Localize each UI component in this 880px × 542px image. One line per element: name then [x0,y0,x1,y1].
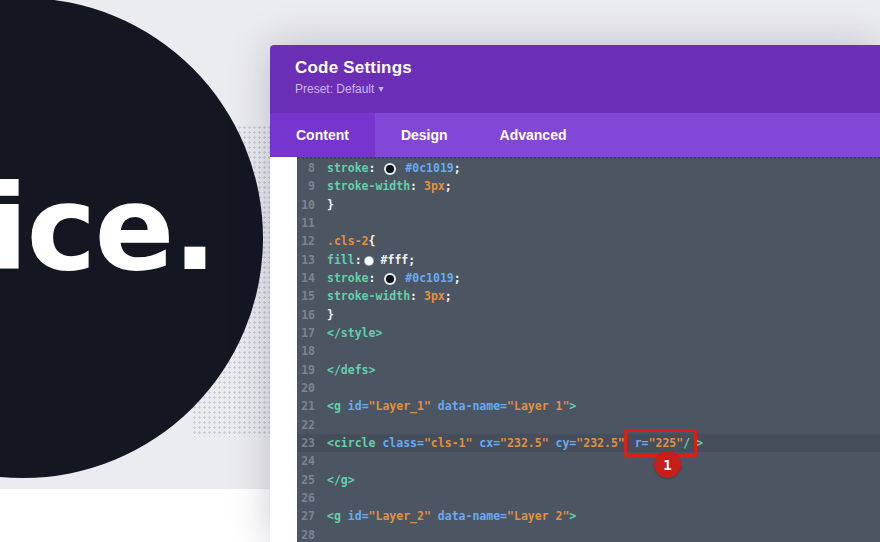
line-number: 23 [297,434,327,452]
line-number: 14 [297,269,327,287]
line-number: 10 [297,196,327,214]
code-line[interactable]: 9stroke-width: 3px; [297,177,880,195]
code-token: } [327,308,334,322]
code-token: #0c1019 [398,161,453,175]
code-token: stroke [327,161,369,175]
code-token: fill [327,253,355,267]
code-text: } [327,308,334,322]
tab-content[interactable]: Content [270,113,375,157]
code-line[interactable]: 16} [297,306,880,324]
annotation-badge-1: 1 [654,451,681,478]
line-number: 27 [297,507,327,525]
preset-selector[interactable]: Preset: Default ▾ [295,82,383,96]
code-text: <g id="Layer_1" data-name="Layer 1"> [327,399,576,413]
code-line[interactable]: 14stroke: #0c1019; [297,269,880,287]
code-line[interactable]: 11 [297,214,880,232]
code-token: <circle [327,436,375,450]
code-token: "Layer 2" [507,509,569,523]
code-line[interactable]: 26 [297,489,880,507]
code-token: </g> [327,473,355,487]
code-token: ; [445,179,452,193]
tab-bar: Content Design Advanced [270,113,880,157]
color-swatch-icon [386,165,394,173]
code-text: </defs> [327,363,375,377]
tab-advanced[interactable]: Advanced [474,113,593,157]
code-token: data-name= [431,509,507,523]
code-line[interactable]: 19</defs> [297,361,880,379]
line-number: 20 [297,379,327,397]
code-token: stroke-width [327,179,410,193]
code-token: </style> [327,326,382,340]
code-token: ; [454,271,461,285]
code-token: </defs> [327,363,375,377]
line-number: 26 [297,489,327,507]
code-token: data-name= [431,399,507,413]
code-token: "cls-1" [424,436,472,450]
code-text: } [327,198,334,212]
code-token: #fff; [374,253,416,267]
code-text: stroke: #0c1019; [327,161,461,175]
line-number: 18 [297,342,327,360]
code-token: : [410,289,424,303]
line-number: 17 [297,324,327,342]
code-token: : [369,271,383,285]
line-number: 28 [297,526,327,542]
code-line[interactable]: 22 [297,416,880,434]
code-token: <g [327,399,341,413]
code-token: stroke [327,271,369,285]
code-token: / [683,436,690,450]
line-number: 8 [297,159,327,177]
code-token: } [327,198,334,212]
code-token: ; [445,289,452,303]
code-line[interactable]: 25</g> [297,471,880,489]
code-token: "232.5" [500,436,548,450]
tab-design[interactable]: Design [375,113,474,157]
code-line[interactable]: 12.cls-2{ [297,232,880,250]
code-line[interactable]: 20 [297,379,880,397]
line-number: 25 [297,471,327,489]
code-editor[interactable]: 1 8stroke: #0c1019;9stroke-width: 3px;10… [297,157,880,542]
code-text: fill: #fff; [327,253,415,267]
color-swatch-icon [386,275,394,283]
code-line[interactable]: 24 [297,452,880,470]
code-token: 3px [424,289,445,303]
code-token: cx= [472,436,500,450]
code-line[interactable]: 23<circle class="cls-1" cx="232.5" cy="2… [297,434,880,452]
code-token: ; [454,161,461,175]
code-text: stroke: #0c1019; [327,271,461,285]
code-line[interactable]: 13fill: #fff; [297,251,880,269]
line-number: 11 [297,214,327,232]
logo-text: ice. [0,169,215,287]
code-token: : [355,253,362,267]
code-token: : [410,179,424,193]
code-text: </style> [327,326,382,340]
code-line[interactable]: 28 [297,526,880,542]
code-token: > [569,509,576,523]
code-token: > [569,399,576,413]
code-line[interactable]: 8stroke: #0c1019; [297,159,880,177]
code-token: id= [341,509,369,523]
code-token: id= [341,399,369,413]
code-token: class= [375,436,423,450]
code-token: : [369,161,383,175]
code-line[interactable]: 21<g id="Layer_1" data-name="Layer 1"> [297,397,880,415]
line-number: 22 [297,416,327,434]
code-line[interactable]: 17</style> [297,324,880,342]
code-line[interactable]: 10} [297,196,880,214]
modal-title: Code Settings [295,58,880,78]
code-token: stroke-width [327,289,410,303]
code-line[interactable]: 18 [297,342,880,360]
modal-body: 1 8stroke: #0c1019;9stroke-width: 3px;10… [270,157,880,542]
code-token: "Layer_2" [369,509,431,523]
code-line[interactable]: 27<g id="Layer_2" data-name="Layer 2"> [297,507,880,525]
line-number: 21 [297,397,327,415]
code-text: </g> [327,473,355,487]
code-line[interactable]: 15stroke-width: 3px; [297,287,880,305]
code-text: .cls-2{ [327,234,375,248]
line-number: 15 [297,287,327,305]
code-token: r= [628,436,649,450]
line-number: 19 [297,361,327,379]
code-token: { [369,234,376,248]
code-token: "225" [649,436,684,450]
code-text: stroke-width: 3px; [327,289,452,303]
